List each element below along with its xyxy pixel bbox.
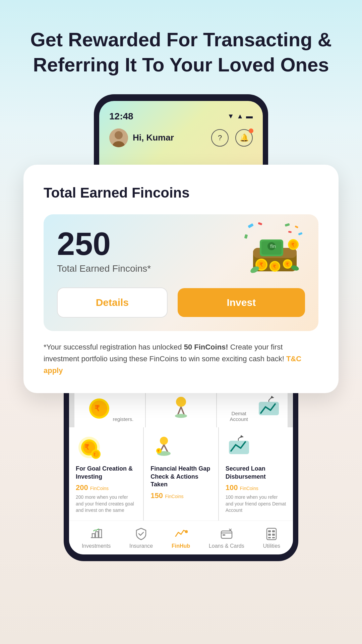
svg-rect-66	[268, 534, 271, 536]
hint-cards-row: ₹ registers.	[69, 390, 293, 427]
details-button[interactable]: Details	[57, 287, 168, 318]
phone-mockup-bottom: ₹ registers.	[64, 390, 298, 561]
svg-rect-4	[258, 222, 262, 225]
svg-point-33	[176, 397, 186, 407]
footnote-bold: 50 FinCoins!	[184, 343, 228, 351]
reward-card-2: ₹ Financial Health Gap Check & Actions T…	[144, 427, 218, 521]
reward-card-coins-1: 200 FinCoins	[76, 483, 136, 492]
svg-rect-9	[288, 231, 292, 233]
invest-button[interactable]: Invest	[178, 288, 305, 317]
hero-headline: Get Rewarded For Transacting & Referring…	[0, 0, 362, 91]
svg-rect-7	[298, 232, 302, 235]
signal-icon: ▼	[227, 112, 234, 120]
reward-card-img-3	[226, 434, 252, 461]
fincoins-illustration: fin ₹ ₹ ₹ ₹	[241, 221, 308, 275]
svg-rect-64	[268, 530, 271, 532]
svg-text:₹: ₹	[95, 404, 100, 413]
phone-user: Hi, Kumar	[109, 128, 174, 147]
svg-text:fin: fin	[270, 244, 276, 249]
svg-text:₹: ₹	[273, 264, 276, 269]
svg-point-46	[93, 451, 99, 458]
hint-card-2	[146, 390, 217, 427]
hint-text-1: registers.	[113, 416, 133, 422]
hint-card-1: ₹ registers.	[74, 390, 145, 427]
reward-card-coins-3: 100 FinCoins	[226, 483, 286, 492]
battery-icon: ▬	[246, 112, 253, 120]
nav-loans-cards[interactable]: Loans & Cards	[209, 526, 244, 549]
nav-utilities-label: Utilities	[263, 543, 280, 549]
svg-rect-3	[248, 223, 254, 228]
reward-card-desc-3: 100 more when you refer and your friend …	[226, 494, 286, 514]
reward-card-img-2: ₹	[150, 434, 177, 461]
svg-marker-57	[240, 435, 244, 438]
svg-rect-65	[272, 530, 275, 532]
phone-header: Hi, Kumar ? 🔔	[109, 128, 253, 154]
svg-point-59	[185, 530, 188, 533]
nav-finhub[interactable]: FinHub	[172, 526, 190, 549]
card-footnote: *Your successful registration has unlock…	[44, 341, 318, 377]
svg-rect-62	[223, 534, 225, 536]
reward-card-img-1: ₹ f	[76, 434, 103, 461]
main-card: Total Earned Fincoins	[23, 165, 339, 393]
svg-marker-40	[270, 396, 274, 398]
utilities-icon	[264, 526, 279, 541]
network-icon: ▲	[237, 112, 243, 120]
phone-status-icons: ▼ ▲ ▬	[227, 112, 253, 120]
svg-rect-67	[272, 534, 275, 536]
nav-utilities[interactable]: Utilities	[263, 526, 280, 549]
nav-investments[interactable]: Investments	[82, 526, 111, 549]
page-container: Get Rewarded For Transacting & Referring…	[0, 0, 362, 644]
phone-greeting: Hi, Kumar	[133, 132, 174, 143]
insurance-icon	[134, 526, 148, 541]
card-title: Total Earned Fincoins	[44, 185, 318, 201]
svg-text:₹: ₹	[259, 262, 263, 268]
svg-rect-68	[268, 537, 271, 538]
svg-rect-6	[295, 225, 298, 228]
reward-card-1: ₹ f For Goal Creation & Investing 200 Fi…	[69, 427, 143, 521]
svg-text:₹: ₹	[286, 262, 289, 267]
hint-text-3: Demat Account	[222, 411, 255, 422]
phone-time: 12:48	[109, 111, 133, 122]
reward-card-coins-2: 150 FinCoins	[150, 491, 211, 500]
svg-text:f: f	[94, 452, 96, 457]
notification-dot	[249, 128, 253, 133]
svg-point-48	[160, 437, 168, 445]
avatar	[109, 128, 128, 147]
footnote-part1: *Your successful registration has unlock…	[44, 343, 184, 351]
svg-rect-8	[244, 234, 248, 239]
investments-icon	[89, 526, 104, 541]
hint-card-3: Demat Account	[217, 390, 288, 427]
reward-cards-grid: ₹ f For Goal Creation & Investing 200 Fi…	[69, 427, 293, 521]
nav-investments-label: Investments	[82, 543, 111, 549]
bottom-nav: Investments Insurance	[69, 521, 293, 554]
loans-cards-icon	[219, 526, 234, 541]
help-icon[interactable]: ?	[211, 129, 229, 147]
svg-text:₹: ₹	[84, 443, 89, 451]
reward-card-title-1: For Goal Creation & Investing	[76, 465, 136, 481]
nav-insurance[interactable]: Insurance	[129, 526, 153, 549]
phone-action-icons: ? 🔔	[211, 129, 253, 147]
phone-mockup-top: 12:48 ▼ ▲ ▬ Hi, Kum	[94, 94, 268, 168]
buttons-row: Details Invest	[57, 287, 305, 318]
nav-loans-cards-label: Loans & Cards	[209, 543, 244, 549]
reward-card-title-3: Secured Loan Disbursement	[226, 465, 286, 481]
phone-screen-bottom: ₹ registers.	[69, 390, 293, 554]
svg-point-36	[175, 414, 187, 418]
svg-text:₹: ₹	[291, 242, 294, 248]
nav-insurance-label: Insurance	[129, 543, 153, 549]
phone-status-bar: 12:48 ▼ ▲ ▬	[109, 111, 253, 122]
finhub-icon	[174, 526, 188, 541]
svg-rect-69	[272, 537, 275, 538]
svg-text:₹: ₹	[157, 449, 160, 453]
reward-card-desc-1: 200 more when you refer and your friend …	[76, 494, 136, 514]
svg-rect-5	[285, 223, 290, 226]
reward-card-title-2: Financial Health Gap Check & Actions Tak…	[150, 465, 211, 488]
nav-finhub-label: FinHub	[172, 543, 190, 549]
fincoins-box: fin ₹ ₹ ₹ ₹	[44, 214, 318, 331]
notification-icon[interactable]: 🔔	[235, 129, 253, 147]
reward-card-3: Secured Loan Disbursement 100 FinCoins 1…	[219, 427, 293, 521]
svg-point-1	[115, 131, 123, 139]
phone-screen-top: 12:48 ▼ ▲ ▬ Hi, Kum	[99, 101, 263, 168]
